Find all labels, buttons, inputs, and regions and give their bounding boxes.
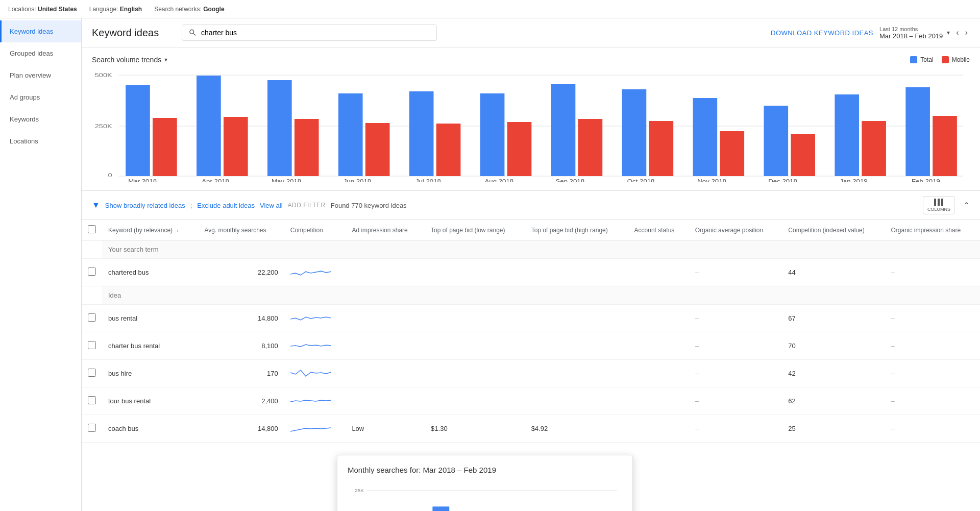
svg-text:Jan 2019: Jan 2019: [840, 179, 867, 182]
svg-rect-31: [720, 131, 744, 176]
svg-rect-34: [791, 134, 815, 176]
svg-rect-27: [622, 89, 647, 176]
mini-chart-cell: [284, 259, 346, 286]
svg-text:Dec 2018: Dec 2018: [768, 179, 797, 182]
date-range-next-button[interactable]: ›: [963, 26, 970, 39]
sparkline: [290, 365, 331, 380]
svg-rect-43: [938, 199, 940, 206]
svg-text:Aug 2018: Aug 2018: [485, 179, 514, 182]
svg-rect-42: [934, 199, 936, 206]
svg-rect-22: [507, 122, 532, 176]
top-high-cell: [525, 387, 628, 415]
sparkline: [290, 264, 331, 279]
avg-monthly-cell: 14,800: [198, 415, 284, 443]
table-row: coach bus 14,800 Low $1.30 $4.92 – 25: [82, 415, 980, 443]
top-bid-low-col-header: Top of page bid (low range): [425, 220, 525, 240]
organic-avg-cell: –: [689, 305, 782, 332]
sort-icon[interactable]: ↓: [176, 228, 179, 233]
svg-rect-10: [224, 117, 248, 176]
svg-text:500K: 500K: [95, 72, 112, 79]
sidebar-item-keyword-ideas[interactable]: Keyword ideas: [0, 20, 81, 42]
select-all-checkbox[interactable]: [88, 225, 96, 233]
download-keyword-ideas-link[interactable]: DOWNLOAD KEYWORD IDEAS: [771, 29, 873, 37]
account-status-cell: [628, 259, 689, 286]
row-checkbox[interactable]: [88, 313, 96, 322]
svg-text:Apr 2018: Apr 2018: [202, 179, 229, 182]
table-row: bus rental 14,800 – 67 –: [82, 305, 980, 332]
row-checkbox[interactable]: [88, 396, 96, 404]
comp-indexed-cell: 25: [782, 415, 885, 443]
account-status-cell: [628, 387, 689, 415]
svg-rect-30: [693, 98, 718, 176]
row-checkbox[interactable]: [88, 424, 96, 432]
keyword-cell: bus rental: [102, 305, 198, 332]
svg-rect-40: [933, 116, 957, 176]
collapse-button[interactable]: ⌃: [963, 201, 970, 210]
svg-rect-54: [432, 506, 449, 511]
tooltip-title: Monthly searches for: Mar 2018 – Feb 201…: [348, 466, 622, 474]
keyword-cell: bus hire: [102, 360, 198, 387]
comp-indexed-cell: 62: [782, 387, 885, 415]
sidebar-item-grouped-ideas[interactable]: Grouped ideas: [0, 42, 81, 64]
filter-funnel-icon: ▼: [92, 201, 100, 210]
columns-icon: [934, 199, 943, 206]
row-checkbox[interactable]: [88, 267, 96, 276]
legend-mobile: Mobile: [942, 56, 970, 63]
top-low-cell: $1.30: [425, 415, 525, 443]
comp-indexed-cell: 42: [782, 360, 885, 387]
sparkline: [290, 420, 331, 435]
date-range-prev-button[interactable]: ‹: [954, 26, 961, 39]
chart-dropdown-icon[interactable]: ▾: [164, 56, 167, 63]
date-range-dropdown-button[interactable]: ▾: [945, 27, 952, 38]
svg-text:25K: 25K: [355, 488, 364, 493]
competition-cell: Low: [346, 415, 425, 443]
ad-impression-cell: [346, 259, 425, 286]
svg-rect-15: [338, 93, 363, 176]
svg-rect-19: [436, 124, 461, 176]
table-header: Keyword (by relevance) ↓ Avg. monthly se…: [82, 220, 980, 240]
sparkline: [290, 310, 331, 325]
organic-avg-cell: –: [689, 259, 782, 286]
columns-button[interactable]: COLUMNS: [923, 196, 955, 214]
legend-mobile-color: [942, 56, 949, 63]
sidebar-item-keywords[interactable]: Keywords: [0, 108, 81, 130]
top-bid-high-col-header: Top of page bid (high range): [525, 220, 628, 240]
chart-header: Search volume trends ▾ Total Mobile: [92, 56, 970, 64]
date-range-label: Last 12 months: [879, 26, 943, 32]
top-low-cell: [425, 305, 525, 332]
competition-cell: [346, 387, 425, 415]
search-box[interactable]: [182, 25, 437, 41]
row-checkbox[interactable]: [88, 369, 96, 377]
svg-text:Sep 2018: Sep 2018: [555, 179, 584, 182]
svg-rect-18: [409, 91, 434, 176]
sidebar-item-plan-overview[interactable]: Plan overview: [0, 64, 81, 86]
top-bar: Locations: United States Language: Engli…: [0, 0, 980, 18]
organic-impression-col-header: Organic impression share: [885, 220, 980, 240]
svg-text:Mar 2018: Mar 2018: [128, 179, 157, 182]
show-broadly-related-link[interactable]: Show broadly related ideas: [105, 202, 185, 209]
account-status-cell: [628, 415, 689, 443]
sidebar: Keyword ideas Grouped ideas Plan overvie…: [0, 18, 82, 511]
chart-legend: Total Mobile: [910, 56, 970, 63]
organic-impression-cell: –: [885, 387, 980, 415]
svg-text:May 2018: May 2018: [272, 179, 302, 182]
row-checkbox[interactable]: [88, 341, 96, 349]
found-count-text: Found 770 keyword ideas: [331, 202, 407, 209]
view-all-link[interactable]: View all: [260, 202, 283, 209]
sidebar-item-locations[interactable]: Locations: [0, 130, 81, 152]
svg-text:Oct 2018: Oct 2018: [627, 179, 655, 182]
legend-total: Total: [910, 56, 933, 63]
add-filter-button[interactable]: ADD FILTER: [288, 202, 326, 209]
filter-separator: ;: [190, 202, 192, 209]
sparkline: [290, 337, 331, 353]
search-input[interactable]: [201, 29, 430, 37]
sidebar-item-ad-groups[interactable]: Ad groups: [0, 86, 81, 108]
keyword-cell: chartered bus: [102, 259, 198, 286]
svg-rect-6: [126, 85, 150, 176]
exclude-adult-ideas-link[interactable]: Exclude adult ideas: [197, 202, 255, 209]
svg-rect-36: [835, 94, 859, 176]
top-low-cell: [425, 259, 525, 286]
competition-cell: [346, 360, 425, 387]
account-status-cell: [628, 360, 689, 387]
page-title: Keyword ideas: [92, 27, 174, 39]
